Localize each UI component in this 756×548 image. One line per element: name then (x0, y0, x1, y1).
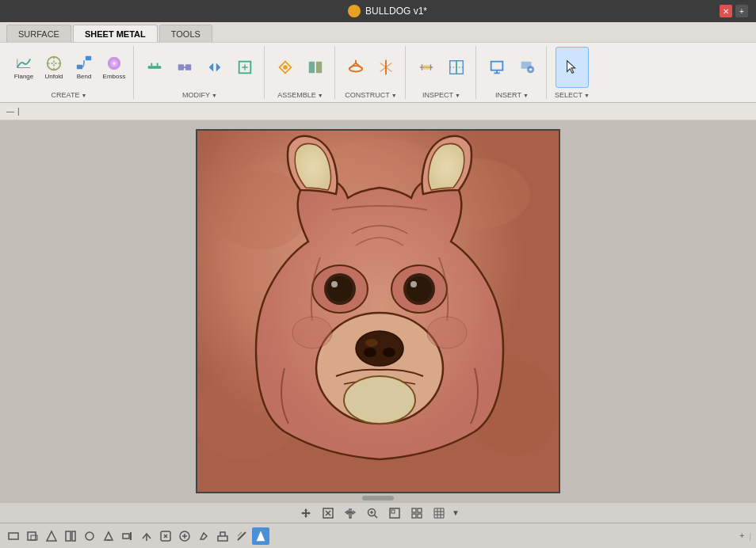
svg-rect-6 (148, 66, 162, 69)
select-tools (556, 46, 589, 89)
nav-collapse-btn[interactable]: — (6, 107, 14, 116)
inspect-tools (412, 46, 471, 89)
tool-inspect1[interactable] (412, 52, 441, 82)
bottom-tool-5[interactable] (81, 527, 98, 545)
bottom-tool-12[interactable] (214, 527, 231, 545)
modify-label: MODIFY ▼ (182, 91, 217, 99)
tool-construct1[interactable] (342, 52, 370, 82)
canvas-viewport[interactable] (0, 120, 756, 502)
assemble-arrow: ▼ (318, 93, 323, 98)
toolbar-group-assemble: ASSEMBLE ▼ (266, 46, 335, 99)
svg-point-66 (86, 532, 94, 540)
construct-arrow: ▼ (391, 93, 397, 98)
status-expand-btn[interactable]: ▼ (452, 508, 460, 517)
status-window-btn[interactable] (385, 504, 404, 522)
bottom-tool-1[interactable] (5, 527, 22, 545)
svg-rect-48 (412, 508, 416, 512)
close-button[interactable]: ✕ (720, 5, 732, 17)
bottom-tool-13[interactable] (233, 527, 250, 545)
h-scroll-indicator (362, 496, 394, 500)
select-label: SELECT ▼ (555, 91, 590, 99)
window-controls: ✕ + (720, 5, 748, 17)
tool-assemble1[interactable] (271, 52, 300, 82)
insert-arrow: ▼ (523, 93, 529, 98)
app-icon (348, 5, 361, 17)
svg-rect-62 (31, 535, 37, 540)
bottom-tool-3[interactable] (43, 527, 60, 545)
toolbar-group-modify: MODIFY ▼ (136, 46, 265, 99)
status-move-btn[interactable] (296, 504, 315, 522)
inspect-arrow: ▼ (455, 93, 460, 98)
svg-rect-49 (418, 508, 422, 512)
svg-point-31 (407, 276, 432, 302)
tool-inspect2[interactable] (442, 52, 471, 82)
bottom-tool-8[interactable] (138, 527, 155, 545)
svg-rect-14 (422, 65, 430, 70)
svg-rect-60 (9, 533, 18, 539)
tool-flange[interactable]: Flange (10, 52, 38, 82)
status-zoom-btn[interactable] (363, 504, 382, 522)
tool-construct2[interactable] (372, 52, 400, 82)
tab-tools[interactable]: TOOLS (159, 25, 212, 42)
svg-rect-8 (185, 64, 191, 70)
svg-marker-63 (47, 531, 56, 541)
svg-point-28 (331, 281, 338, 287)
tab-bar: SURFACE SHEET METAL TOOLS (0, 22, 756, 43)
svg-point-40 (427, 317, 467, 348)
insert-tools (483, 46, 541, 89)
bottom-expand-btn[interactable]: + (736, 530, 747, 542)
ribbon: SURFACE SHEET METAL TOOLS Flange (0, 22, 756, 103)
svg-point-10 (283, 65, 288, 70)
create-label: CREATE ▼ (52, 91, 87, 99)
svg-rect-16 (491, 62, 503, 70)
tool-insert1[interactable] (483, 52, 511, 82)
tool-emboss[interactable]: Emboss (100, 52, 128, 82)
tab-sheet-metal[interactable]: SHEET METAL (73, 25, 158, 42)
svg-line-43 (375, 515, 378, 518)
status-fit-btn[interactable] (319, 504, 338, 522)
toolbar-group-insert: INSERT ▼ (478, 46, 547, 99)
tab-surface[interactable]: SURFACE (6, 25, 71, 42)
tool-assemble2[interactable] (301, 52, 330, 82)
svg-rect-11 (309, 62, 315, 74)
nav-divider: | (17, 107, 20, 116)
svg-rect-51 (418, 514, 422, 518)
tool-modify2[interactable] (170, 52, 199, 82)
svg-point-34 (356, 331, 403, 366)
svg-point-32 (410, 281, 417, 287)
tool-modify4[interactable] (231, 52, 259, 82)
toolbar-group-create: Flange Unfold Bend (5, 46, 134, 99)
tool-bend[interactable]: Bend (70, 52, 98, 82)
tool-insert2[interactable] (513, 52, 541, 82)
bottom-tool-14[interactable] (252, 527, 269, 545)
toolbar-group-construct: CONSTRUCT ▼ (337, 46, 406, 99)
svg-rect-65 (72, 531, 75, 541)
construct-tools (342, 46, 400, 89)
status-pan-btn[interactable] (341, 504, 360, 522)
bottom-divider: | (749, 531, 751, 541)
modify-tools (140, 46, 259, 89)
tool-modify1[interactable] (140, 52, 169, 82)
title-bar-center: BULLDOG v1* (348, 5, 427, 17)
bottom-tool-9[interactable] (157, 527, 174, 545)
svg-rect-2 (86, 55, 91, 60)
tool-select-cursor[interactable] (556, 47, 589, 88)
bottom-tool-4[interactable] (62, 527, 79, 545)
tool-modify3[interactable] (200, 52, 229, 82)
svg-line-78 (238, 532, 246, 540)
bottom-tool-11[interactable] (195, 527, 212, 545)
bottom-tool-10[interactable] (176, 527, 193, 545)
nav-bar: — | (0, 103, 756, 120)
tool-unfold[interactable]: Unfold (40, 52, 68, 82)
svg-point-36 (364, 348, 376, 357)
add-tab-button[interactable]: + (735, 5, 748, 17)
assemble-tools (271, 46, 330, 89)
toolbar-group-select: SELECT ▼ (548, 46, 596, 99)
status-grid2-btn[interactable] (430, 504, 449, 522)
bottom-tool-6[interactable] (100, 527, 117, 545)
status-grid-btn[interactable] (407, 504, 426, 522)
canvas-border (196, 129, 560, 493)
bottom-tool-2[interactable] (24, 527, 41, 545)
svg-rect-47 (391, 510, 395, 513)
bottom-tool-7[interactable] (119, 527, 136, 545)
